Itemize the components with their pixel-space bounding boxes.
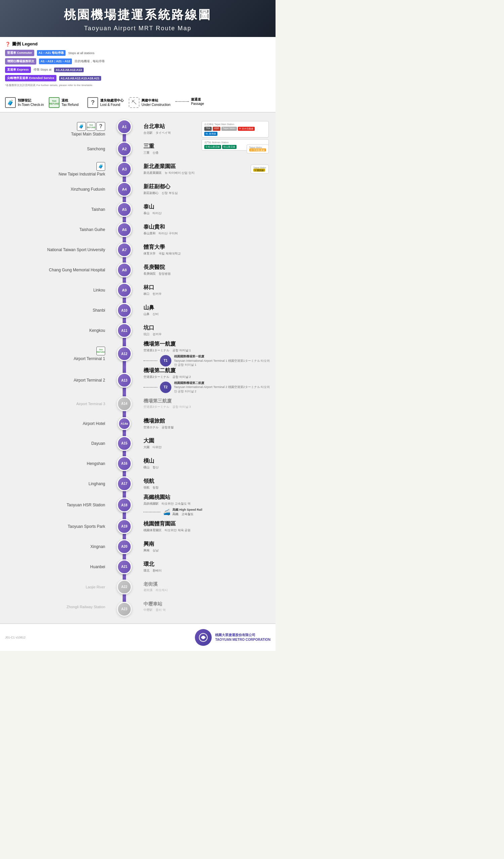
station-sub-name-A16: 橫山 항산	[143, 465, 271, 470]
station-row-A5: TaishanA5泰山泰山 타이산	[5, 199, 271, 220]
station-sub-name-A22: 老街溪 라오제시	[143, 588, 271, 592]
a3-transfers: Taipei Metro Y 環狀線	[251, 165, 269, 174]
title-en: Taoyuan Airport MRT Route Map	[3, 25, 272, 32]
station-center-A21: A21	[109, 557, 139, 577]
track-segment	[123, 574, 126, 577]
legend-note: *各服務班次次詳見時刻表 For further details, please…	[5, 84, 271, 87]
station-center-A14: A14	[109, 394, 139, 414]
legend-airport-bound: 增開往機場服務班次 A1→A13；A21→A12 目的地機場，每站停靠	[5, 58, 271, 64]
station-en-name-A2: Sanchong	[87, 147, 105, 151]
track-segment	[123, 199, 126, 202]
tax-icon: TAXREFUND	[49, 97, 60, 108]
station-en-name-A9: Linkou	[93, 288, 105, 292]
station-right-A16: 橫山橫山 항산	[139, 454, 271, 474]
track-segment	[123, 320, 126, 323]
station-sub-name-A13: 空港第2ターミナル 공항 터미널 2	[143, 375, 271, 379]
station-sub-name-A17: 領航 링항	[143, 485, 271, 490]
station-row-A4: Xinzhuang FuduxinA4新莊副都心新莊副都心 신창 부도심	[5, 179, 271, 199]
station-left-A14a: Airport Hotel	[5, 414, 109, 433]
hsr-dotted-line	[143, 512, 160, 512]
station-circle-A15: A15	[117, 436, 132, 451]
track-segment	[123, 433, 126, 436]
track-segment	[123, 474, 126, 477]
station-center-A1: A1	[109, 119, 139, 139]
station-circle-A20: A20	[117, 539, 132, 554]
station-en-name-A8: Chang Gung Memorial Hospital	[49, 268, 105, 272]
station-zh-name-A7: 體育大學	[143, 244, 271, 251]
track-segment	[123, 361, 126, 367]
station-right-A22: 老街溪老街溪 라오제시	[139, 577, 271, 597]
station-left-A1: 🧳TAXREFUND?Taipei Main Station	[5, 119, 109, 139]
station-circle-A14a: A14a	[118, 417, 131, 430]
station-zh-name-A19: 桃園體育園區	[143, 521, 271, 528]
station-en-name-A6: Taishan Guihe	[79, 227, 105, 232]
station-circle-A7: A7	[117, 242, 132, 257]
track-segment	[123, 217, 126, 220]
a2-transfer-box: Taipei Metro O 中和新蘆線	[247, 145, 269, 154]
track-segment	[123, 394, 126, 396]
station-circle-A22: A22	[117, 579, 132, 594]
a1-transfer-box1: 台北車站 Taipei Main Station TRA HSR Taipei …	[202, 121, 269, 137]
station-en-name-A3: New Taipei Industrial Park	[59, 172, 105, 177]
terminal-row-A12: T1桃園國際機場第一航廈Taoyuan International Airpor…	[143, 355, 271, 367]
hsr-row: 🚄高鐵 High Speed Rail高鐵 고속철도	[143, 508, 271, 516]
station-right-A15: 大園大園 다위안	[139, 433, 271, 454]
company-text: 桃園大眾捷運股份有限公司 TAOYUAN METRO CORPORATION	[215, 633, 271, 642]
station-right-A17: 領航領航 링항	[139, 474, 271, 494]
legend-construction: ⛏ 興建中車站Under Construction	[129, 97, 170, 108]
track-segment	[123, 237, 126, 240]
station-en-name-A11: Kengkou	[89, 328, 105, 333]
station-center-A15: A15	[109, 433, 139, 454]
track-segment	[123, 179, 126, 182]
track-segment	[123, 454, 126, 456]
legend-lost: ? 遺失物處理中心Lost & Found	[87, 97, 124, 108]
track-segment	[123, 197, 126, 199]
station-right-A9: 林口林口 린커우	[139, 280, 271, 300]
hsr-label: 高鐵 High Speed Rail高鐵 고속철도	[172, 508, 202, 516]
station-left-A21: Huanbei	[5, 557, 109, 577]
track-segment	[123, 430, 126, 433]
station-left-A9: Linkou	[5, 280, 109, 300]
track-segment	[123, 414, 126, 417]
station-row-A14a: Airport HotelA14a機場旅館空港ホテル 공항호텔	[5, 414, 271, 433]
station-left-A10: Shanbi	[5, 300, 109, 320]
station-en-name-A20: Xingnan	[90, 544, 105, 549]
track-segment	[123, 338, 126, 341]
icon-tax-A1: TAXREFUND	[87, 122, 95, 131]
track-segment	[123, 594, 126, 597]
track-segment	[123, 367, 126, 373]
dotted-line	[143, 387, 157, 388]
station-circle-A21: A21	[117, 559, 132, 574]
station-row-A22: Laojie RiverA22老街溪老街溪 라오제시	[5, 577, 271, 597]
station-en-name-A7: National Taiwan Sport University	[47, 247, 105, 252]
terminal-badge-A12: T1	[160, 355, 171, 366]
station-sub-name-A10: 山鼻 산비	[143, 312, 271, 316]
station-circle-A10: A10	[117, 303, 132, 318]
track-segment	[123, 280, 126, 283]
station-row-A11: KengkouA11坑口坑口 겅커우	[5, 320, 271, 341]
station-center-A16: A16	[109, 454, 139, 474]
station-row-A21: HuanbeiA21環北環北 환베이	[5, 557, 271, 577]
station-right-A8: 長庚醫院長庚病院 창정병원	[139, 260, 271, 280]
station-row-A10: ShanbiA10山鼻山鼻 산비	[5, 300, 271, 320]
question-icon: ❓	[5, 42, 11, 47]
station-left-A7: National Taiwan Sport University	[5, 240, 109, 260]
station-left-A20: Xingnan	[5, 537, 109, 557]
station-left-A2: Sanchong	[5, 139, 109, 159]
station-row-A13: Airport Terminal 2A13機場第二航廈空港第2ターミナル 공항 …	[5, 367, 271, 394]
stations-container: 🧳TAXREFUND?Taipei Main StationA1台北車站台北駅 …	[5, 119, 271, 617]
station-center-A12: A12	[109, 341, 139, 367]
legend-extended: 尖峰增停直達車 Extended Service A1.A3.A8.A12.A1…	[5, 75, 271, 81]
station-left-A13: Airport Terminal 2	[5, 367, 109, 394]
station-sub-name-A14a: 空港ホテル 공항호텔	[143, 425, 271, 430]
station-sub-name-A4: 新莊副都心 신창 부도심	[143, 191, 271, 195]
station-right-A10: 山鼻山鼻 산비	[139, 300, 271, 320]
station-sub-name-A5: 泰山 타이산	[143, 211, 271, 215]
terminal-row-A13: T2桃園國際機場第二航廈Taoyuan International Airpor…	[143, 381, 271, 394]
station-right-A13: 機場第二航廈空港第2ターミナル 공항 터미널 2T2桃園國際機場第二航廈Taoy…	[139, 367, 271, 394]
station-circle-A23: A23	[117, 602, 132, 617]
station-left-A8: Chang Gung Memorial Hospital	[5, 260, 109, 280]
logo-circle	[195, 629, 212, 646]
station-center-A14a: A14a	[109, 414, 139, 433]
station-en-name-A4: Xinzhuang Fuduxin	[71, 187, 105, 192]
